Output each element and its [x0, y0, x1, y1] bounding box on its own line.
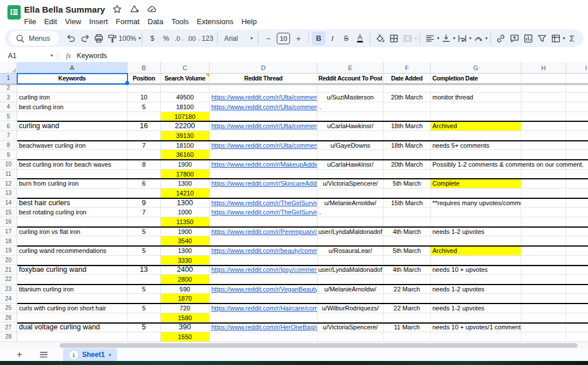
cell-I7[interactable] [566, 131, 588, 141]
move-icon[interactable] [129, 4, 140, 14]
cell-B25[interactable]: 5 [127, 303, 161, 313]
reddit-link[interactable]: https://www.reddit.com/r/MakeupAddictio [211, 161, 318, 168]
cell-H16[interactable] [521, 217, 566, 227]
filter-button[interactable] [535, 32, 549, 45]
cell-F5[interactable] [384, 112, 431, 122]
cell-D18[interactable] [210, 236, 318, 246]
cell-F7[interactable] [384, 131, 431, 141]
cell-E22[interactable] [318, 275, 384, 285]
cell-F3[interactable]: 20th March [384, 93, 431, 102]
cell-C7[interactable]: 39130 [161, 131, 210, 141]
cell-H23[interactable] [521, 285, 566, 294]
menus-search-button[interactable]: Menus [9, 31, 59, 45]
row-header-4[interactable]: 4 [0, 102, 17, 112]
menu-item-file[interactable]: File [20, 16, 40, 27]
row-header-10[interactable]: 10 [0, 160, 17, 170]
row-header-8[interactable]: 8 [0, 141, 17, 151]
cell-F17[interactable]: 4th March [384, 227, 431, 237]
cell-D22[interactable] [210, 275, 318, 285]
more-formats-button[interactable]: 123 [200, 32, 214, 45]
cell-E6[interactable]: uCarlaHawkinsr/ [318, 121, 384, 131]
cell-D8[interactable]: https://www.reddit.com/r/Ulta/comments/ [210, 141, 318, 151]
cell-B7[interactable] [127, 131, 161, 141]
cell-E25[interactable]: u/WilburRodriquezs/ [318, 303, 384, 313]
column-header-G[interactable]: G [431, 62, 521, 74]
cell-E8[interactable]: u/GayeDowns [318, 141, 384, 151]
borders-button[interactable] [387, 32, 401, 45]
reddit-link[interactable]: https://www.reddit.com/r/Ulta/comments/ [211, 94, 318, 101]
menu-item-edit[interactable]: Edit [40, 16, 61, 27]
cell-F27[interactable]: 11 March [384, 322, 431, 332]
row-header-1[interactable]: 1 [0, 74, 17, 83]
cell-A11[interactable] [17, 170, 127, 179]
row-header-3[interactable]: 3 [0, 93, 17, 102]
cell-D26[interactable] [210, 313, 318, 323]
cell-D19[interactable]: https://www.reddit.com/r/beauty/commen [210, 246, 318, 256]
cell-D25[interactable]: https://www.reddit.com/r/Haircare/comme [210, 303, 318, 313]
cell-H4[interactable] [521, 102, 566, 112]
bold-button[interactable]: B [312, 32, 326, 45]
cell-D14[interactable]: https://www.reddit.com/r/TheGirlSurvival… [210, 198, 318, 208]
cell-A27[interactable]: dual voltage curling wand [17, 322, 127, 332]
cell-E21[interactable]: user/LyndaMaldonadof [318, 265, 384, 275]
cell-F18[interactable] [384, 236, 431, 246]
cell-E16[interactable] [318, 217, 384, 227]
cell-E13[interactable] [318, 189, 384, 198]
row-header-22[interactable]: 22 [0, 275, 17, 285]
cell-G9[interactable] [431, 150, 521, 160]
cell-F6[interactable]: 18th March [384, 121, 431, 131]
cell-F25[interactable]: 22 March [384, 303, 431, 313]
row-header-24[interactable]: 24 [0, 294, 17, 303]
cell-B8[interactable]: 7 [127, 141, 161, 151]
cell-G4[interactable] [431, 102, 521, 112]
cell-B20[interactable] [127, 256, 161, 266]
cell-A9[interactable] [17, 150, 127, 160]
cell-G6[interactable]: Archived [431, 121, 521, 131]
insert-comment-button[interactable] [508, 32, 521, 45]
column-header-B[interactable]: B [127, 62, 161, 74]
cell-G26[interactable] [431, 313, 521, 323]
cell-I24[interactable] [566, 294, 588, 303]
cell-A19[interactable]: curling wand recommendations [17, 246, 127, 256]
row-header-7[interactable]: 7 [0, 131, 17, 141]
cell-I3[interactable] [566, 93, 588, 102]
cell-B10[interactable]: 8 [127, 160, 161, 170]
percent-format-button[interactable]: % [159, 32, 173, 45]
row-header-17[interactable]: 17 [0, 227, 17, 237]
row-header-13[interactable]: 13 [0, 189, 17, 198]
row-header-21[interactable]: 21 [0, 265, 17, 275]
column-header-H[interactable]: H [521, 62, 566, 74]
cell-A22[interactable] [17, 275, 127, 285]
cell-H26[interactable] [521, 313, 566, 323]
cell-I13[interactable] [566, 189, 588, 198]
cell-B19[interactable]: 5 [127, 246, 161, 256]
cell-D15[interactable]: https://www.reddit.com/r/TheGirlSurvival… [210, 208, 318, 217]
text-color-button[interactable]: A [353, 32, 367, 45]
cell-I6[interactable] [566, 121, 588, 131]
zoom-select[interactable]: 100%▾ [119, 32, 140, 45]
row-header-16[interactable]: 16 [0, 217, 17, 227]
menu-item-format[interactable]: Format [112, 16, 144, 27]
cell-A5[interactable] [17, 112, 127, 122]
reddit-link[interactable]: https://www.reddit.com/r/Perempuan/com [211, 228, 318, 235]
print-button[interactable] [92, 32, 106, 45]
insert-chart-button[interactable] [521, 32, 535, 45]
cell-C5[interactable]: 107180 [161, 112, 210, 122]
cell-F4[interactable] [384, 102, 431, 112]
cell-F1[interactable]: Date Added [384, 74, 431, 83]
row-header-11[interactable]: 11 [0, 170, 17, 179]
cell-A6[interactable]: curling wand [17, 121, 127, 131]
cell-C11[interactable]: 17800 [161, 170, 210, 179]
cell-G20[interactable] [431, 256, 521, 266]
cell-A1[interactable]: Keywords [17, 74, 127, 83]
cell-A8[interactable]: beachwaver curling iron [17, 141, 127, 151]
row-header-12[interactable]: 12 [0, 179, 17, 189]
cell-H27[interactable] [521, 322, 566, 332]
reddit-link[interactable]: https://www.reddit.com/r/beauty/commen [211, 247, 318, 254]
reddit-link[interactable]: https://www.reddit.com/r/Ulta/comments/ [211, 122, 318, 129]
name-box[interactable]: A1 ▾ [0, 52, 57, 60]
all-sheets-button[interactable] [37, 349, 51, 360]
cell-D16[interactable] [210, 217, 318, 227]
cell-C26[interactable]: 1580 [161, 313, 210, 323]
functions-button[interactable]: Σ [565, 32, 579, 45]
